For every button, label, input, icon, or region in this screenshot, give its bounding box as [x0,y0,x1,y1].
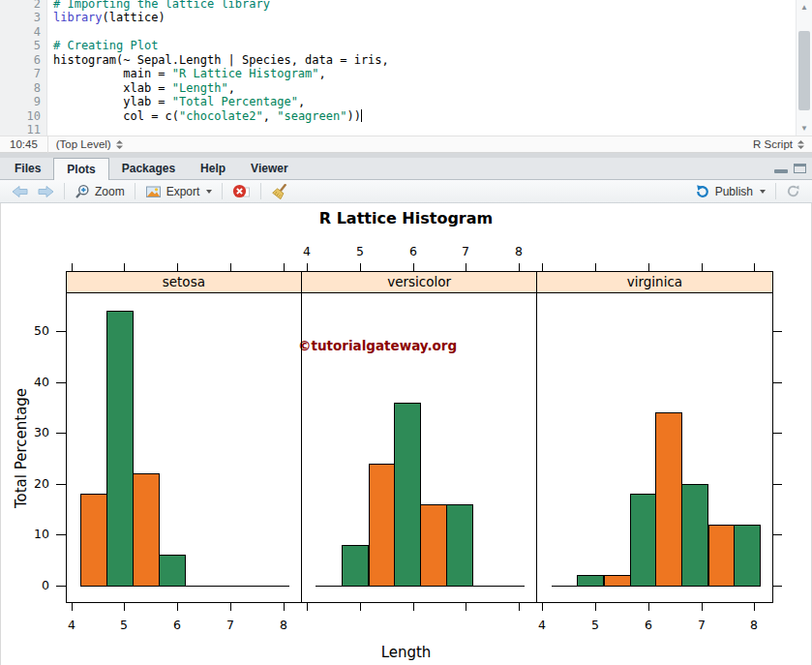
x-tick-label-bottom: 8 [274,618,293,632]
publish-icon [695,184,710,199]
histogram-bar [708,525,736,587]
y-tick-right [772,484,782,485]
tab-help[interactable]: Help [188,158,238,179]
line-number: 6 [0,53,41,67]
remove-plot-button[interactable] [228,183,255,199]
publish-label: Publish [715,185,753,198]
zoom-button[interactable]: Zoom [71,183,129,200]
x-tick-top [72,263,73,271]
tab-viewer[interactable]: Viewer [238,158,300,179]
line-number: 9 [0,95,41,108]
histogram-bar [577,575,604,587]
x-tick-top [177,263,178,271]
panel-strip: virginica [536,271,772,293]
y-tick-right [772,534,782,535]
plots-toolbar: Zoom Export [0,180,812,203]
x-tick-top [284,263,285,271]
forward-arrow-icon [37,185,54,198]
line-number: 2 [0,0,41,11]
x-tick-top [360,263,361,271]
y-tick-left [56,484,66,485]
histogram-bar [681,484,708,587]
y-tick-right [772,586,782,587]
publish-caret-icon [760,190,766,194]
export-button[interactable]: Export [141,184,217,199]
scope-selector[interactable]: (Top Level) [48,138,131,150]
maximize-icon[interactable] [794,164,806,173]
tab-files[interactable]: Files [2,158,53,179]
histogram-bar [655,412,682,587]
y-tick-right [772,331,782,332]
toolbar-separator [260,183,261,199]
text-cursor [361,109,362,122]
code-line: # Creating Plot [53,39,158,52]
x-tick-bottom [284,603,285,611]
scrollbar-up-icon[interactable]: ▲ [797,0,811,15]
line-number: 3 [0,11,41,24]
y-tick-left [56,331,66,332]
x-tick-bottom [230,603,231,611]
editor-code-lines[interactable]: # Importing the lattice librarylibrary(l… [53,0,796,136]
x-tick-label-top: 6 [404,244,423,258]
x-tick-label-bottom: 5 [586,618,605,632]
toolbar-separator [775,183,776,199]
back-arrow-icon [12,185,29,198]
x-tick-label-bottom: 4 [532,618,552,632]
publish-button[interactable]: Publish [691,183,769,200]
lattice-plot: R Lattice Histogram ©tutorialgateway.org… [1,203,811,665]
x-tick-top [413,263,414,271]
code-line: histogram(~ Sepal.Length | Species, data… [53,53,389,67]
export-caret-icon [206,190,212,194]
y-tick-label: 40 [9,375,49,389]
x-tick-top [466,263,466,271]
x-tick-bottom [754,603,755,611]
editor-scrollbar[interactable]: ▲ ▼ [796,0,812,136]
x-tick-bottom [595,603,596,611]
line-number: 10 [0,109,41,123]
minimize-icon[interactable] [774,163,788,173]
x-tick-bottom [542,603,543,611]
x-tick-label-top: 4 [297,244,316,258]
toolbar-separator [64,183,65,199]
code-line: # Importing the lattice library [53,0,270,11]
scrollbar-thumb[interactable] [798,31,810,110]
x-tick-bottom [413,603,414,611]
scope-label: (Top Level) [56,138,111,150]
x-tick-top [648,263,649,271]
back-button[interactable] [8,184,33,199]
x-tick-top [124,263,125,271]
refresh-button[interactable] [782,183,804,199]
x-tick-bottom [466,603,466,611]
doc-type-selector[interactable]: R Script [745,138,812,150]
y-tick-left [56,586,66,587]
x-tick-bottom [702,603,703,611]
tab-plots[interactable]: Plots [53,158,108,180]
histogram-bar [133,473,160,587]
code-line: main = "R Lattice Histogram", [53,67,326,80]
x-tick-label-bottom: 7 [221,618,240,632]
histogram-bar [159,555,186,587]
plot-title: R Lattice Histogram [1,209,811,227]
panel-strip: versicolor [301,271,537,293]
x-tick-top [754,263,755,271]
code-line: ylab = "Total Percentage", [53,95,305,108]
y-tick-label: 0 [9,578,49,592]
cursor-position: 10:45 [0,138,47,150]
up-down-stepper-icon [116,140,123,149]
clear-plots-button[interactable] [267,183,292,200]
x-tick-top [519,263,520,271]
line-number: 11 [0,123,41,136]
x-tick-top [595,263,596,271]
histogram-bar [106,311,134,587]
x-tick-label-top: 8 [509,244,528,258]
export-image-icon [145,185,162,198]
broom-icon [271,184,288,199]
toolbar-separator [135,183,135,199]
x-tick-label-bottom: 6 [167,618,187,632]
forward-button[interactable] [33,184,58,199]
scrollbar-down-icon[interactable]: ▼ [797,121,811,136]
y-tick-right [772,433,782,434]
tab-packages[interactable]: Packages [109,158,188,179]
doc-type-label: R Script [753,138,793,150]
x-tick-top [702,263,703,271]
